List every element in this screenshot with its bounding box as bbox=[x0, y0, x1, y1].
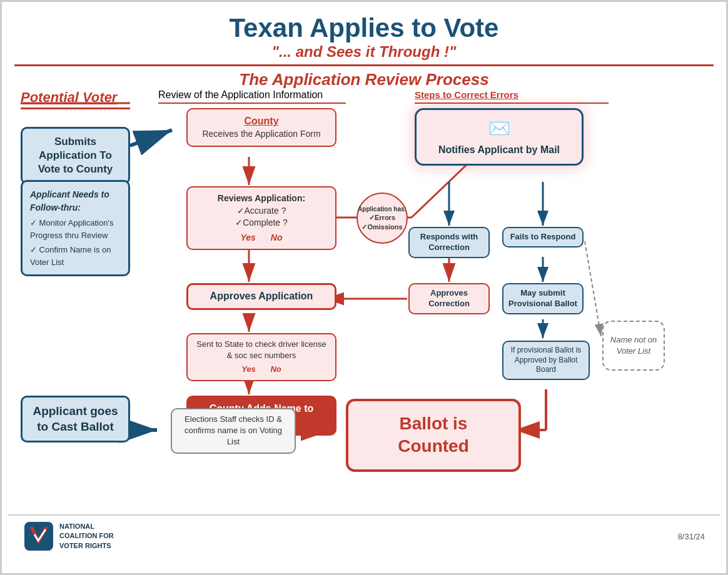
notifies-box: ✉️ Notifies Applicant by Mail bbox=[415, 108, 584, 166]
if-prov-box: If provisional Ballot is Approved by Bal… bbox=[502, 341, 590, 380]
process-title: The Application Review Process bbox=[2, 70, 726, 89]
svg-line-8 bbox=[130, 130, 172, 146]
ballot-counted-box: Ballot is Counted bbox=[333, 399, 515, 472]
cast-ballot-box: Applicant goes to Cast Ballot bbox=[21, 396, 130, 442]
mail-icon: ✉️ bbox=[425, 116, 573, 141]
page-title: Texan Applies to Vote bbox=[14, 13, 714, 43]
left-section-label: Potential Voter bbox=[21, 89, 130, 109]
fails-box: Fails to Respond bbox=[502, 227, 584, 248]
followthru-box: Applicant Needs to Follow-thru: ✓ Monito… bbox=[21, 180, 130, 276]
flow-area: Potential Voter Review of the Applicatio… bbox=[14, 89, 717, 514]
svg-line-23 bbox=[585, 241, 601, 336]
footer-logo: National Coalition for Voter Rights bbox=[23, 521, 114, 552]
responds-box: Responds with Correction bbox=[408, 227, 490, 258]
elections-box: Elections Staff checks ID & confirms nam… bbox=[158, 408, 308, 454]
county-recv-box: County Receives the Application Form bbox=[186, 108, 336, 147]
reviews-box: Reviews Application: ✓Accurate ? ✓Comple… bbox=[186, 186, 336, 250]
mid-section-label: Review of the Application Information bbox=[158, 89, 323, 101]
header: Texan Applies to Vote "... and Sees it T… bbox=[14, 2, 714, 66]
page: Texan Applies to Vote "... and Sees it T… bbox=[0, 0, 728, 575]
name-not-box: Name not on Voter List bbox=[602, 321, 665, 371]
page-subtitle: "... and Sees it Through !" bbox=[14, 43, 714, 61]
app-has-bubble: Application has: ✓Errors ✓Omissions bbox=[356, 192, 408, 244]
approves-correction-box: Approves Correction bbox=[408, 283, 490, 314]
may-submit-box: May submit Provisional Ballot bbox=[502, 283, 584, 314]
sent-state-box: Sent to State to check driver license & … bbox=[186, 333, 336, 381]
submit-box: Submits Application To Vote to County bbox=[21, 127, 130, 184]
svg-rect-26 bbox=[24, 522, 53, 551]
approves-box: Approves Application bbox=[186, 283, 336, 310]
logo-icon bbox=[23, 521, 54, 552]
right-section-label: Steps to Correct Errors bbox=[415, 89, 518, 101]
footer-date: 8/31/24 bbox=[678, 532, 705, 541]
footer: National Coalition for Voter Rights 8/31… bbox=[8, 514, 720, 557]
